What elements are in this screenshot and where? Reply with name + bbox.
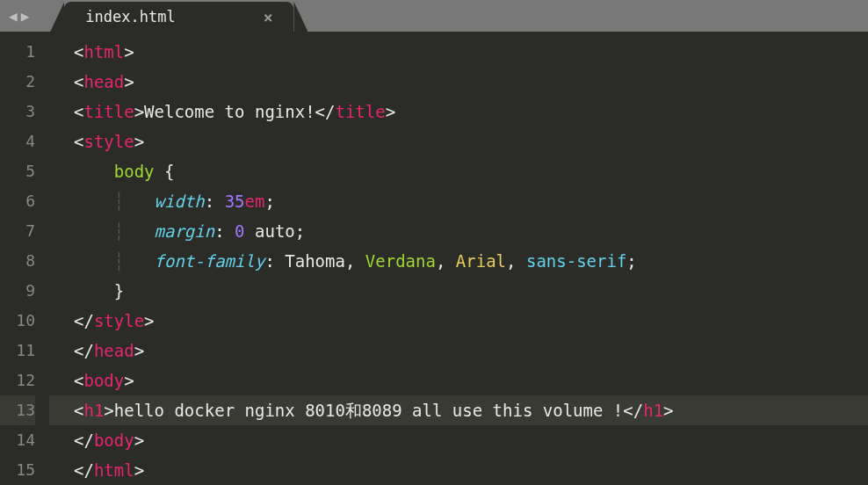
code-line[interactable]: </body>	[49, 425, 868, 455]
code-token: html	[83, 42, 124, 62]
code-token	[516, 251, 525, 271]
code-token: margin	[155, 221, 215, 241]
code-line[interactable]: </head>	[49, 336, 868, 366]
editor: 123456789101112131415 <html><head><title…	[0, 32, 868, 485]
code-token: sans-serif	[526, 251, 626, 271]
code-token: </	[74, 431, 94, 450]
forward-arrow-icon[interactable]: ▶	[19, 8, 32, 25]
line-number: 4	[0, 127, 35, 156]
code-token: <	[74, 72, 83, 91]
code-token: <	[74, 401, 83, 420]
code-token	[74, 251, 114, 271]
code-token: :	[205, 192, 214, 211]
line-number: 5	[0, 156, 35, 186]
code-token: font-family	[155, 251, 265, 271]
code-token: ,	[506, 251, 516, 271]
code-token: >	[134, 460, 144, 480]
close-icon[interactable]: ×	[264, 8, 273, 26]
code-token: h1	[83, 401, 104, 420]
line-number: 15	[0, 455, 35, 485]
line-number: 13	[0, 395, 35, 425]
code-token: body	[94, 431, 134, 450]
code-token: >	[124, 371, 134, 390]
code-token: </	[74, 341, 94, 360]
line-number: 2	[0, 67, 35, 97]
code-token: Tahoma	[285, 251, 345, 271]
code-token	[214, 192, 224, 211]
code-token: Welcome to nginx!	[144, 102, 315, 121]
code-line[interactable]: <html>	[49, 37, 868, 67]
code-token: <	[74, 102, 83, 121]
code-token	[225, 221, 235, 241]
code-area[interactable]: <html><head><title>Welcome to nginx!</ti…	[49, 37, 868, 485]
nav-arrows: ◀ ▶	[0, 0, 38, 32]
code-token: em	[245, 192, 265, 211]
code-token	[74, 221, 114, 241]
code-token: :	[264, 251, 274, 271]
code-token	[74, 162, 114, 181]
code-line[interactable]: <h1>hello docker nginx 8010和8089 all use…	[49, 395, 868, 425]
line-number: 8	[0, 246, 35, 276]
code-token: hello docker nginx 8010和8089 all use thi…	[114, 401, 624, 420]
tab-index-html[interactable]: index.html ×	[64, 2, 293, 32]
line-number: 9	[0, 276, 35, 306]
code-line[interactable]: <body>	[49, 366, 868, 395]
code-line[interactable]: }	[49, 276, 868, 306]
code-token: >	[144, 311, 154, 330]
code-token: ┆	[114, 251, 124, 271]
line-number: 10	[0, 306, 35, 336]
code-line[interactable]: ┆ width: 35em;	[49, 186, 868, 216]
code-token	[355, 251, 365, 271]
code-token: Verdana	[365, 251, 436, 271]
code-token: width	[155, 192, 205, 211]
code-token: >	[386, 102, 395, 121]
code-token	[74, 192, 114, 211]
back-arrow-icon[interactable]: ◀	[7, 8, 19, 25]
code-token: ┆	[114, 192, 124, 211]
code-token	[124, 192, 154, 211]
code-token: <	[74, 132, 83, 151]
code-token: Arial	[456, 251, 506, 271]
line-number: 1	[0, 37, 35, 67]
code-token: >	[663, 401, 673, 420]
code-token: ;	[626, 251, 636, 271]
line-number: 14	[0, 425, 35, 455]
code-token: </	[74, 460, 94, 480]
code-line[interactable]: <style>	[49, 127, 868, 156]
code-token: <	[74, 371, 83, 390]
code-token: >	[134, 431, 144, 450]
code-line[interactable]: </html>	[49, 455, 868, 485]
code-token: h1	[643, 401, 663, 420]
code-token: {	[164, 162, 174, 181]
code-token: 0	[235, 221, 244, 241]
line-number: 12	[0, 366, 35, 395]
code-token: head	[94, 341, 134, 360]
code-line[interactable]: body {	[49, 156, 868, 186]
gutter: 123456789101112131415	[0, 37, 49, 485]
code-line[interactable]: ┆ margin: 0 auto;	[49, 216, 868, 246]
code-token: ┆	[114, 221, 124, 241]
code-line[interactable]: </style>	[49, 306, 868, 336]
code-line[interactable]: <title>Welcome to nginx!</title>	[49, 97, 868, 127]
code-token	[445, 251, 455, 271]
code-line[interactable]: ┆ font-family: Tahoma, Verdana, Arial, s…	[49, 246, 868, 276]
code-token	[74, 281, 114, 300]
title-bar: ◀ ▶ index.html ×	[0, 0, 868, 32]
code-token: ;	[264, 192, 274, 211]
code-token: >	[134, 341, 144, 360]
tab-bar: index.html ×	[64, 0, 293, 32]
code-token: >	[124, 72, 134, 91]
code-token: auto	[255, 221, 295, 241]
code-token: ;	[295, 221, 305, 241]
code-token: ,	[436, 251, 445, 271]
code-token: 35	[225, 192, 245, 211]
code-token: >	[134, 132, 144, 151]
line-number: 3	[0, 97, 35, 127]
code-token: >	[134, 102, 144, 121]
code-token: title	[335, 102, 385, 121]
code-token: head	[83, 72, 124, 91]
code-line[interactable]: <head>	[49, 67, 868, 97]
code-token	[245, 221, 255, 241]
code-token: body	[83, 371, 124, 390]
code-token	[124, 221, 154, 241]
